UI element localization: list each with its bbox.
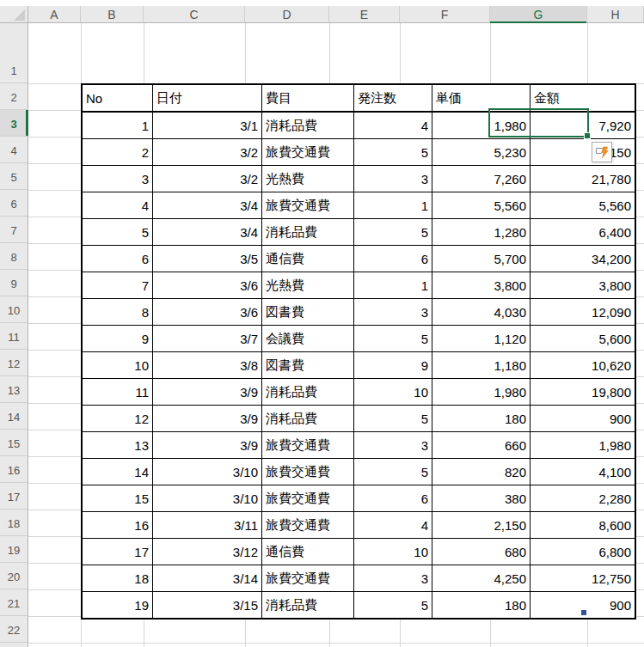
cell-E12[interactable]: 9	[354, 352, 432, 379]
cell-E5[interactable]: 3	[354, 166, 432, 192]
cell-D17[interactable]: 旅費交通費	[262, 485, 354, 512]
cell-B16[interactable]: 14	[82, 459, 153, 485]
cell-F20[interactable]: 4,250	[432, 565, 531, 592]
cell-C10[interactable]: 3/6	[153, 299, 262, 326]
cell-C14[interactable]: 3/9	[153, 406, 262, 432]
cell-F16[interactable]: 820	[432, 459, 531, 485]
select-all-corner[interactable]	[0, 6, 28, 23]
cell-G15[interactable]: 1,980	[531, 432, 636, 459]
row-header-10[interactable]: 10	[0, 296, 28, 323]
cell-B11[interactable]: 9	[82, 326, 153, 352]
cell-B9[interactable]: 7	[82, 272, 153, 299]
row-header-11[interactable]: 11	[0, 323, 28, 350]
cell-E11[interactable]: 5	[354, 326, 432, 352]
cell-D6[interactable]: 旅費交通費	[262, 192, 354, 219]
cell-D10[interactable]: 図書費	[262, 299, 354, 326]
row-header-12[interactable]: 12	[0, 350, 28, 376]
cell-D15[interactable]: 旅費交通費	[262, 432, 354, 459]
col-header-B[interactable]: B	[81, 6, 144, 22]
cell-F12[interactable]: 1,180	[432, 352, 531, 379]
cell-B20[interactable]: 18	[82, 565, 153, 592]
cell-E16[interactable]: 5	[354, 459, 432, 485]
col-header-A[interactable]: A	[28, 6, 81, 22]
cell-E13[interactable]: 10	[354, 379, 432, 406]
cell-G17[interactable]: 2,280	[531, 485, 636, 512]
cell-B2[interactable]: No	[82, 84, 153, 112]
cell-C4[interactable]: 3/2	[153, 139, 262, 166]
cell-D7[interactable]: 消耗品費	[262, 219, 354, 246]
row-header-5[interactable]: 5	[0, 163, 28, 190]
cell-F21[interactable]: 180	[432, 592, 531, 620]
cell-B13[interactable]: 11	[82, 379, 153, 406]
cell-F8[interactable]: 5,700	[432, 246, 531, 272]
cell-G9[interactable]: 3,800	[531, 272, 636, 299]
cell-G14[interactable]: 900	[531, 406, 636, 432]
cell-F6[interactable]: 5,560	[432, 192, 531, 219]
cell-F14[interactable]: 180	[432, 406, 531, 432]
cell-E20[interactable]: 3	[354, 565, 432, 592]
row-header-22[interactable]: 22	[0, 616, 28, 643]
cell-F10[interactable]: 4,030	[432, 299, 531, 326]
cell-D20[interactable]: 旅費交通費	[262, 565, 354, 592]
cell-G20[interactable]: 12,750	[531, 565, 636, 592]
cell-F11[interactable]: 1,120	[432, 326, 531, 352]
cell-C20[interactable]: 3/14	[153, 565, 262, 592]
row-header-20[interactable]: 20	[0, 563, 28, 589]
fill-handle[interactable]	[584, 132, 591, 139]
cell-B17[interactable]: 15	[82, 485, 153, 512]
col-header-F[interactable]: F	[400, 6, 490, 22]
cell-C16[interactable]: 3/10	[153, 459, 262, 485]
cell-B5[interactable]: 3	[82, 166, 153, 192]
cell-D21[interactable]: 消耗品費	[262, 592, 354, 620]
cell-C3[interactable]: 3/1	[153, 112, 262, 139]
cell-D2[interactable]: 費目	[262, 84, 354, 112]
cell-C8[interactable]: 3/5	[153, 246, 262, 272]
cell-E21[interactable]: 5	[354, 592, 432, 620]
cell-F4[interactable]: 5,230	[432, 139, 531, 166]
row-header-4[interactable]: 4	[0, 137, 28, 163]
cell-E4[interactable]: 5	[354, 139, 432, 166]
cell-C19[interactable]: 3/12	[153, 539, 262, 565]
cell-C21[interactable]: 3/15	[153, 592, 262, 620]
cell-E6[interactable]: 1	[354, 192, 432, 219]
cell-F5[interactable]: 7,260	[432, 166, 531, 192]
cell-E7[interactable]: 5	[354, 219, 432, 246]
row-header-3[interactable]: 3	[0, 110, 28, 137]
cell-C6[interactable]: 3/4	[153, 192, 262, 219]
cell-G19[interactable]: 6,800	[531, 539, 636, 565]
cell-C13[interactable]: 3/9	[153, 379, 262, 406]
row-header-8[interactable]: 8	[0, 243, 28, 270]
cell-E9[interactable]: 1	[354, 272, 432, 299]
cell-G13[interactable]: 19,800	[531, 379, 636, 406]
row-header-19[interactable]: 19	[0, 536, 28, 563]
cell-D8[interactable]: 通信費	[262, 246, 354, 272]
row-header-18[interactable]: 18	[0, 510, 28, 536]
cell-C15[interactable]: 3/9	[153, 432, 262, 459]
cell-E14[interactable]: 5	[354, 406, 432, 432]
cell-G18[interactable]: 8,600	[531, 512, 636, 539]
cell-C9[interactable]: 3/6	[153, 272, 262, 299]
cell-F19[interactable]: 680	[432, 539, 531, 565]
cell-E19[interactable]: 10	[354, 539, 432, 565]
cell-F9[interactable]: 3,800	[432, 272, 531, 299]
cell-B10[interactable]: 8	[82, 299, 153, 326]
cell-C7[interactable]: 3/4	[153, 219, 262, 246]
cell-B18[interactable]: 16	[82, 512, 153, 539]
cell-D18[interactable]: 旅費交通費	[262, 512, 354, 539]
cell-F13[interactable]: 1,980	[432, 379, 531, 406]
cell-B19[interactable]: 17	[82, 539, 153, 565]
cell-F18[interactable]: 2,150	[432, 512, 531, 539]
cell-C11[interactable]: 3/7	[153, 326, 262, 352]
cell-D19[interactable]: 通信費	[262, 539, 354, 565]
cell-D4[interactable]: 旅費交通費	[262, 139, 354, 166]
col-header-D[interactable]: D	[245, 6, 329, 22]
row-header-16[interactable]: 16	[0, 456, 28, 483]
cell-D14[interactable]: 消耗品費	[262, 406, 354, 432]
col-header-C[interactable]: C	[144, 6, 245, 22]
grid-area[interactable]: No日付費目発注数単価金額 13/1消耗品費41,9807,92023/2旅費交…	[28, 23, 644, 647]
cell-B14[interactable]: 12	[82, 406, 153, 432]
cell-D9[interactable]: 光熱費	[262, 272, 354, 299]
cell-C5[interactable]: 3/2	[153, 166, 262, 192]
cell-B8[interactable]: 6	[82, 246, 153, 272]
flash-fill-options-button[interactable]	[592, 142, 612, 162]
